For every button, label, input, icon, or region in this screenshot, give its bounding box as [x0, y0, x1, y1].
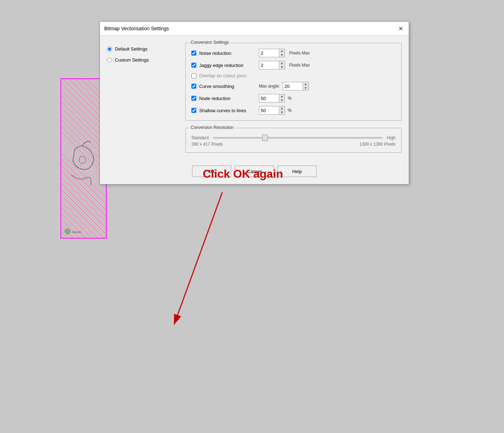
bitmap-vectorisation-dialog: Bitmap Vectorisation Settings ✕ Default …: [100, 21, 409, 184]
jaggy-edge-input-wrap: ▲ ▼: [259, 61, 285, 69]
radio-custom-settings[interactable]: Custom Settings: [107, 57, 178, 63]
radio-default-label: Default Settings: [115, 46, 148, 52]
dialog-title: Bitmap Vectorisation Settings: [104, 26, 169, 31]
noise-reduction-label: Noise reduction: [199, 51, 256, 56]
shallow-curves-input[interactable]: [259, 106, 279, 114]
conversion-settings-legend: Conversion Settings: [189, 40, 230, 45]
node-reduction-label: Node reduction: [199, 96, 256, 101]
jaggy-edge-row: Jaggy edge reduction ▲ ▼ Pixels Max: [191, 61, 396, 69]
jaggy-edge-label: Jaggy edge reduction: [199, 63, 256, 68]
shallow-curves-checkbox[interactable]: [191, 108, 196, 113]
conversion-settings-group: Conversion Settings Noise reduction ▲ ▼: [185, 43, 402, 121]
node-reduction-checkbox[interactable]: [191, 96, 196, 101]
curve-smoothing-spin: ▲ ▼: [303, 82, 308, 90]
shallow-curves-input-wrap: ▲ ▼: [259, 106, 285, 115]
radio-custom-label: Custom Settings: [115, 57, 149, 63]
overlap-label: Overlap on colour joins: [199, 73, 256, 78]
svg-point-0: [65, 229, 70, 234]
noise-reduction-checkbox[interactable]: [191, 51, 196, 56]
noise-reduction-spin-up[interactable]: ▲: [279, 49, 285, 53]
node-reduction-input[interactable]: [259, 94, 279, 102]
resolution-slider[interactable]: [213, 137, 383, 139]
jaggy-edge-spin-up[interactable]: ▲: [279, 61, 285, 65]
shallow-curves-spin-down[interactable]: ▼: [279, 110, 285, 114]
curve-smoothing-input[interactable]: [283, 82, 303, 90]
resolution-slider-row: Standard High: [191, 135, 396, 140]
conversion-resolution-group: Conversion Resolution Standard High 390 …: [185, 128, 402, 153]
node-reduction-input-wrap: ▲ ▼: [259, 94, 285, 103]
conversion-resolution-legend: Conversion Resolution: [189, 125, 235, 130]
radio-default-settings[interactable]: Default Settings: [107, 46, 178, 52]
jaggy-edge-spin: ▲ ▼: [279, 61, 285, 69]
resolution-slider-wrap: [213, 137, 383, 139]
node-reduction-suffix: %: [288, 96, 292, 101]
node-reduction-spin-up[interactable]: ▲: [279, 94, 285, 98]
high-label: High: [387, 135, 396, 140]
low-pixels-label: 390 x 417 Pixels: [191, 142, 223, 147]
shallow-curves-spin-up[interactable]: ▲: [279, 106, 285, 110]
close-button[interactable]: ✕: [397, 25, 404, 32]
cancel-button[interactable]: Cancel: [235, 166, 274, 177]
curve-smoothing-spin-up[interactable]: ▲: [303, 82, 308, 86]
high-pixels-label: 1300 x 1390 Pixels: [360, 142, 396, 147]
dialog-title-bar: Bitmap Vectorisation Settings ✕: [100, 22, 409, 36]
noise-reduction-suffix: Pixels Max: [289, 51, 310, 56]
jaggy-edge-checkbox[interactable]: [191, 63, 196, 68]
noise-reduction-input-wrap: ▲ ▼: [259, 49, 285, 57]
node-reduction-row: Node reduction ▲ ▼ %: [191, 94, 396, 103]
node-reduction-spin-down[interactable]: ▼: [279, 98, 285, 102]
jaggy-edge-input[interactable]: [259, 61, 279, 69]
noise-reduction-spin-down[interactable]: ▼: [279, 53, 285, 57]
noise-reduction-spin: ▲ ▼: [279, 49, 285, 57]
curve-smoothing-spin-down[interactable]: ▼: [303, 86, 308, 90]
noise-reduction-input[interactable]: [259, 49, 279, 57]
noise-reduction-row: Noise reduction ▲ ▼ Pixels Max: [191, 49, 396, 57]
overlap-row: Overlap on colour joins: [191, 73, 396, 78]
shallow-curves-label: Shallow curves to lines: [199, 108, 256, 113]
max-angle-label: Max angle:: [259, 84, 280, 89]
dialog-footer: OK Cancel Help: [100, 160, 409, 184]
shallow-curves-suffix: %: [288, 108, 292, 113]
svg-text:Sample: Sample: [72, 230, 82, 234]
ok-button[interactable]: OK: [192, 166, 231, 177]
left-panel: Default Settings Custom Settings: [107, 43, 178, 153]
node-reduction-spin: ▲ ▼: [279, 94, 285, 102]
help-button[interactable]: Help: [277, 166, 317, 177]
overlap-checkbox[interactable]: [191, 73, 196, 78]
resolution-pixels-row: 390 x 417 Pixels 1300 x 1390 Pixels: [191, 142, 396, 147]
curve-smoothing-row: Curve smoothing Max angle: ▲ ▼: [191, 82, 396, 90]
shallow-curves-row: Shallow curves to lines ▲ ▼ %: [191, 106, 396, 115]
radio-default-input[interactable]: [107, 47, 112, 52]
dialog-body: Default Settings Custom Settings Convers…: [100, 36, 409, 160]
jaggy-edge-spin-down[interactable]: ▼: [279, 65, 285, 69]
right-panel: Conversion Settings Noise reduction ▲ ▼: [185, 43, 402, 153]
radio-custom-input[interactable]: [107, 58, 112, 63]
curve-smoothing-checkbox[interactable]: [191, 84, 196, 89]
shallow-curves-spin: ▲ ▼: [279, 106, 285, 114]
curve-smoothing-label: Curve smoothing: [199, 84, 256, 89]
standard-label: Standard: [191, 135, 209, 140]
jaggy-edge-suffix: Pixels Max: [289, 63, 310, 68]
settings-rows: Noise reduction ▲ ▼ Pixels Max: [191, 49, 396, 115]
curve-smoothing-input-wrap: ▲ ▼: [283, 82, 309, 90]
